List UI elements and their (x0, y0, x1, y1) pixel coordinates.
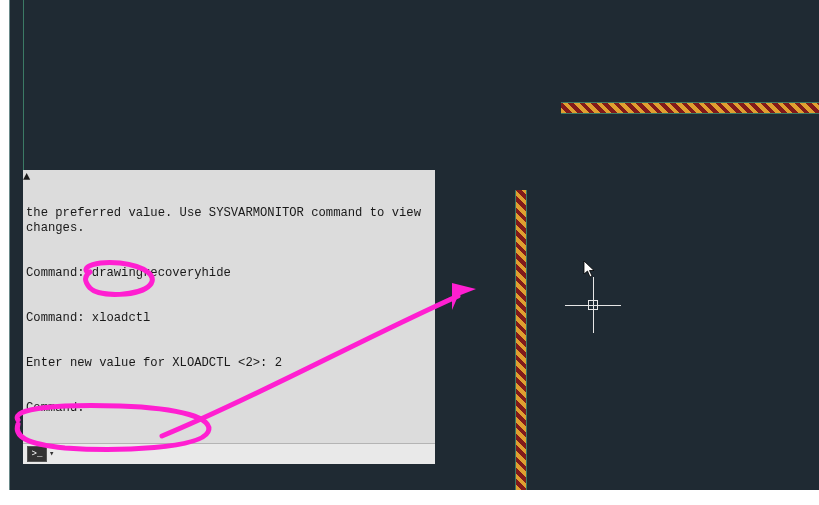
command-input[interactable] (58, 446, 431, 462)
annotation-arrow-head (452, 283, 476, 310)
drawing-crosshair (593, 305, 594, 306)
axis-line-vertical (23, 0, 24, 170)
command-history[interactable]: the preferred value. Use SYSVARMONITOR c… (26, 176, 423, 434)
history-line: Enter new value for XLOADCTL <2>: 2 (26, 356, 423, 371)
command-input-bar[interactable]: ▾ (23, 443, 435, 464)
cursor-icon (583, 260, 597, 278)
drawing-wall-horizontal[interactable] (561, 102, 819, 114)
history-line: the preferred value. Use SYSVARMONITOR c… (26, 206, 423, 236)
command-prompt-icon[interactable] (27, 446, 47, 462)
history-line: Command: xloadctl (26, 311, 423, 326)
history-line: Command: drawingrecoveryhide (26, 266, 423, 281)
drawing-wall-vertical[interactable] (515, 190, 527, 490)
command-recent-dropdown-icon[interactable]: ▾ (49, 447, 54, 462)
history-line: Command: (26, 401, 423, 416)
cad-viewport[interactable]: the preferred value. Use SYSVARMONITOR c… (9, 0, 819, 490)
command-window[interactable]: the preferred value. Use SYSVARMONITOR c… (23, 170, 435, 464)
